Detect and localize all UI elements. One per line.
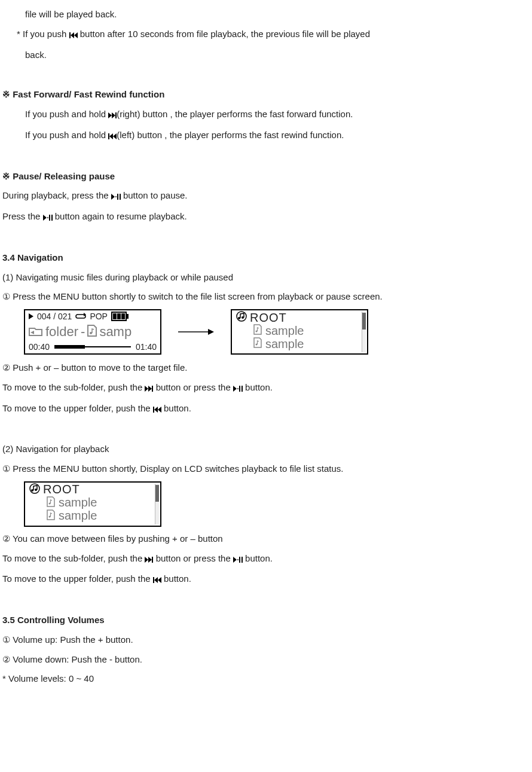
nav-subfolder-2: To move to the sub-folder, push the butt…	[2, 551, 522, 567]
repeat-icon	[75, 313, 86, 320]
subline2-a: To move to the sub-folder, push the	[2, 553, 145, 563]
filelist-root-2: ROOT	[43, 483, 80, 496]
vol-line-1: ① Volume up: Push the + button.	[2, 633, 522, 648]
scrollbar	[155, 484, 159, 524]
svg-marker-51	[154, 577, 158, 583]
music-file-icon	[253, 337, 262, 350]
fastfwd-1a: If you push and hold	[25, 109, 108, 119]
lcd-counter: 004 / 021	[37, 312, 72, 321]
nav-subfolder: To move to the sub-folder, push the butt…	[2, 380, 522, 396]
nav-step2b: ② You can move between files by pushing …	[2, 532, 522, 547]
root-music-icon	[29, 483, 41, 496]
svg-rect-35	[153, 407, 154, 413]
prev-icon	[108, 129, 117, 144]
lcd-folder: folder	[45, 325, 78, 338]
subline-b: button or press the	[153, 382, 233, 392]
progress-bar	[54, 346, 131, 347]
battery-icon	[111, 312, 127, 321]
intro-line-2: back.	[2, 48, 522, 63]
next-icon	[145, 553, 153, 567]
svg-rect-11	[117, 194, 118, 200]
svg-marker-47	[237, 559, 239, 561]
filelist2-item-0: sample	[59, 496, 97, 509]
pause-2b: button again to resume playback.	[53, 211, 187, 221]
svg-rect-33	[239, 386, 240, 392]
intro-1b: button after 10 seconds from file playba…	[78, 29, 370, 39]
filelist2-item-1: sample	[59, 509, 97, 522]
filelist-item-0: sample	[265, 325, 304, 337]
play-pause-icon	[233, 382, 243, 396]
filelist-root: ROOT	[250, 312, 287, 324]
lcd-sep: -	[81, 325, 85, 338]
lcd-playback: 004 / 021 POP folder - samp 00:40 01:40	[24, 309, 161, 355]
upline2-a: To move to the upper folder, push the	[2, 573, 153, 584]
nav-heading: 3.4 Navigation	[2, 251, 522, 266]
vol-heading: 3.5 Controlling Volumes	[2, 613, 522, 628]
svg-marker-43	[145, 557, 148, 563]
play-indicator-icon	[29, 312, 33, 321]
scrollbar	[362, 312, 366, 352]
svg-marker-28	[145, 386, 148, 392]
svg-marker-22	[208, 329, 214, 335]
svg-marker-1	[71, 32, 74, 38]
fastfwd-line-2: If you push and hold (left) button , the…	[2, 128, 522, 144]
pause-line-1: During playback, press the button to pau…	[2, 188, 522, 205]
svg-marker-13	[43, 215, 47, 221]
nav-sub1: (1) Navigating music files during playba…	[2, 270, 522, 285]
vol-line-3: * Volume levels: 0 ~ 40	[2, 672, 522, 686]
lcd-eq: POP	[90, 312, 108, 321]
fastfwd-line-1: If you push and hold (right) button , th…	[2, 107, 522, 123]
intro-1a: * If you push	[17, 29, 69, 39]
svg-rect-0	[69, 32, 71, 38]
svg-point-38	[30, 484, 39, 493]
nav-upperfolder: To move to the upper folder, push the bu…	[2, 401, 522, 417]
filelist-item-1: sample	[265, 338, 304, 350]
svg-point-23	[237, 312, 246, 321]
intro-line-1: * If you push button after 10 seconds fr…	[2, 27, 522, 43]
svg-rect-6	[108, 133, 109, 139]
svg-marker-9	[111, 194, 115, 200]
pause-1a: During playback, press the	[2, 190, 111, 200]
svg-marker-3	[108, 112, 112, 118]
svg-rect-48	[239, 557, 240, 563]
svg-marker-44	[148, 557, 152, 563]
music-file-icon	[253, 324, 262, 337]
folder-back-icon	[29, 325, 43, 339]
music-file-icon	[47, 509, 55, 523]
svg-marker-17	[29, 313, 33, 319]
svg-marker-4	[112, 112, 115, 118]
svg-marker-14	[47, 217, 48, 219]
pause-1b: button to pause.	[121, 190, 188, 200]
svg-marker-31	[233, 386, 237, 392]
upline-b: button.	[161, 403, 191, 413]
play-pause-icon	[233, 553, 243, 567]
nav-upperfolder-2: To move to the upper folder, push the bu…	[2, 572, 522, 588]
svg-marker-36	[154, 407, 158, 413]
svg-marker-7	[109, 133, 113, 139]
vol-line-2: ② Volume down: Push the - button.	[2, 652, 522, 667]
pause-2a: Press the	[2, 211, 43, 221]
fastfwd-1b: (right) button , the player performs the…	[117, 109, 353, 119]
nav-step2: ② Push + or – button to move to the targ…	[2, 361, 522, 376]
svg-marker-19	[30, 331, 34, 334]
play-pause-icon	[43, 210, 53, 225]
lcd-track: samp	[99, 325, 132, 338]
nav-figures-2: ROOT sample sample	[24, 481, 522, 527]
root-music-icon	[236, 311, 247, 324]
play-pause-icon	[111, 190, 121, 205]
nav-step1: ① Press the MENU button shortly to switc…	[2, 289, 522, 304]
subline-a: To move to the sub-folder, push the	[2, 382, 145, 392]
svg-marker-29	[148, 386, 152, 392]
lcd-filelist: ROOT sample sample	[231, 309, 368, 355]
prev-icon	[153, 402, 161, 417]
prev-icon	[153, 573, 161, 588]
nav-sub2: (2) Navigation for playback	[2, 442, 522, 457]
svg-marker-10	[115, 196, 117, 198]
next-icon	[145, 382, 153, 396]
lcd-total: 01:40	[136, 343, 157, 351]
music-file-icon	[47, 496, 55, 509]
upline2-b: button.	[161, 573, 191, 584]
subline2-b: button or press the	[153, 553, 233, 563]
subline2-c: button.	[243, 553, 273, 563]
prev-icon	[69, 28, 78, 43]
